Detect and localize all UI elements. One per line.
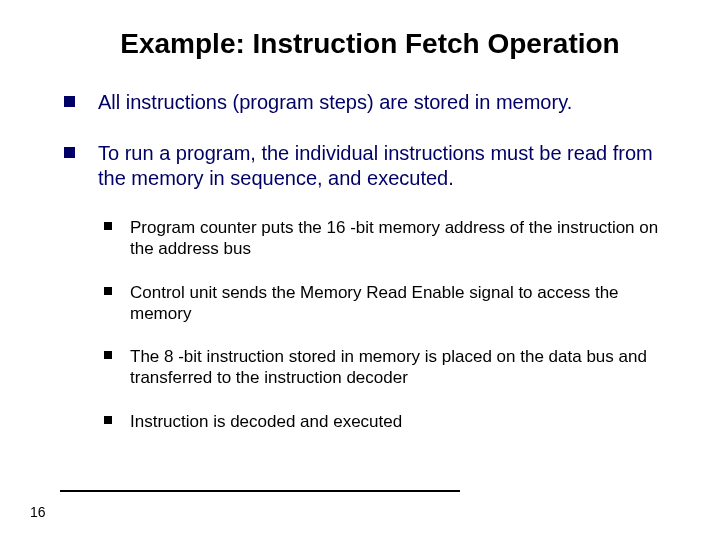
main-bullet-item: All instructions (program steps) are sto… [64, 90, 670, 115]
page-number: 16 [30, 504, 46, 520]
sub-bullet-item: Program counter puts the 16 -bit memory … [104, 217, 670, 260]
square-bullet-icon [104, 351, 112, 359]
square-bullet-icon [64, 96, 75, 107]
sub-bullet-item: The 8 -bit instruction stored in memory … [104, 346, 670, 389]
main-bullet-text: All instructions (program steps) are sto… [98, 91, 572, 113]
sub-bullet-text: Program counter puts the 16 -bit memory … [130, 218, 658, 258]
sub-bullet-text: The 8 -bit instruction stored in memory … [130, 347, 647, 387]
main-list: All instructions (program steps) are sto… [64, 90, 670, 191]
sub-bullet-text: Control unit sends the Memory Read Enabl… [130, 283, 619, 323]
sub-list: Program counter puts the 16 -bit memory … [104, 217, 670, 432]
slide-title: Example: Instruction Fetch Operation [50, 28, 670, 60]
footer-divider [60, 490, 460, 492]
square-bullet-icon [104, 287, 112, 295]
sub-bullet-text: Instruction is decoded and executed [130, 412, 402, 431]
square-bullet-icon [104, 416, 112, 424]
main-bullet-item: To run a program, the individual instruc… [64, 141, 670, 191]
slide: Example: Instruction Fetch Operation All… [0, 0, 720, 540]
sub-bullet-item: Instruction is decoded and executed [104, 411, 670, 432]
square-bullet-icon [104, 222, 112, 230]
main-bullet-text: To run a program, the individual instruc… [98, 142, 653, 189]
square-bullet-icon [64, 147, 75, 158]
sub-bullet-item: Control unit sends the Memory Read Enabl… [104, 282, 670, 325]
